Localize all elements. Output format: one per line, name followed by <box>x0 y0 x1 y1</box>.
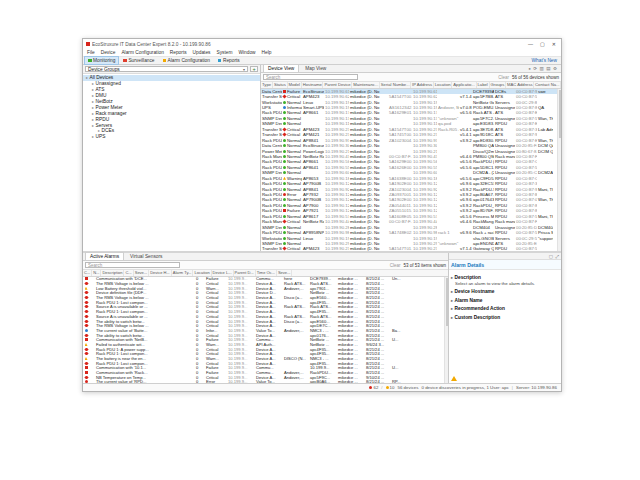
expand-arrow-icon[interactable]: ▸ <box>98 128 100 133</box>
section-arrow-icon[interactable]: ▸ <box>451 315 453 320</box>
menu-item[interactable]: Window <box>238 50 255 55</box>
column-header[interactable]: Applicatio... <box>452 82 476 88</box>
column-header[interactable]: Parent Device <box>323 82 352 88</box>
column-header[interactable]: N... <box>92 270 101 276</box>
device-search-input[interactable] <box>263 74 358 81</box>
column-header[interactable]: Maintenanc... <box>352 82 380 88</box>
device-table-row[interactable]: Rack Manag... Critical NetBotz Ra... 10.… <box>261 219 561 224</box>
device-table-row[interactable]: Rack PDU Error AP7932 10.199.90.124 mike… <box>261 192 561 197</box>
vertical-scrollbar[interactable] <box>557 89 561 252</box>
whats-new-link[interactable]: What's New <box>532 58 559 63</box>
column-header[interactable]: Description <box>101 270 124 276</box>
alarms-tab[interactable]: Active Alarms <box>85 252 124 260</box>
device-table-row[interactable]: Rack PDU Failure AP7921 10.199.90.123 mi… <box>261 208 561 213</box>
column-header[interactable]: MAC Address <box>506 82 534 88</box>
section-arrow-icon[interactable]: ▸ <box>451 298 453 303</box>
maximize-button[interactable]: ▢ <box>540 41 545 47</box>
menu-item[interactable]: Help <box>262 50 272 55</box>
vertical-scrollbar[interactable] <box>444 277 448 384</box>
device-table-row[interactable]: UPS Informational Smart-UPS... 10.199.90… <box>261 105 561 110</box>
device-view-toolbar-icon[interactable]: ⟳ <box>533 66 537 71</box>
close-button[interactable]: ✕ <box>552 41 556 47</box>
perspective-tab[interactable]: Reports <box>215 57 243 64</box>
device-table-row[interactable]: Rack PDU Warning AP8653 10.199.90.181 mi… <box>261 176 561 181</box>
tree-item[interactable]: ▸ UPS <box>83 134 260 140</box>
column-header[interactable]: Seve... <box>134 270 149 276</box>
device-table-row[interactable]: Rack PDU Normal AP8617 10.199.90.57 mike… <box>261 214 561 219</box>
column-header[interactable]: Contact Na... <box>534 82 561 88</box>
menu-item[interactable]: Device <box>101 50 116 55</box>
device-view-tab[interactable]: Map View <box>300 64 331 72</box>
expand-arrow-icon[interactable]: ▸ <box>92 123 94 128</box>
scrollbar-thumb[interactable] <box>446 278 449 326</box>
column-header[interactable]: Parent D... <box>234 270 256 276</box>
device-groups-selector[interactable]: Device Groups ▾ <box>85 66 248 73</box>
column-header[interactable]: Time Oc... <box>256 270 277 276</box>
column-header[interactable]: Serial Numbe... <box>380 82 411 88</box>
device-table-row[interactable]: Rack PDU Normal AP8958NP3 10.199.90.98 m… <box>261 230 561 235</box>
expand-arrow-icon[interactable]: ▸ <box>92 111 94 116</box>
device-view-toolbar-icon[interactable]: ⚙ <box>553 66 557 71</box>
expand-arrow-icon[interactable]: ▸ <box>92 87 94 92</box>
expand-arrow-icon[interactable]: ▸ <box>92 81 94 86</box>
alarms-tab[interactable]: Virtual Sensors <box>125 252 167 260</box>
column-header[interactable]: Model <box>288 82 302 88</box>
add-group-button[interactable]: + <box>250 66 258 73</box>
expand-arrow-icon[interactable]: ▸ <box>92 117 94 122</box>
menu-item[interactable]: Alarm Configuration <box>121 50 163 55</box>
perspective-tab[interactable]: Surveillance <box>120 57 157 64</box>
section-arrow-icon[interactable]: ▸ <box>451 306 453 311</box>
expand-arrow-icon[interactable]: ▸ <box>86 75 88 80</box>
column-header[interactable]: Device H... <box>149 270 172 276</box>
expand-arrow-icon[interactable]: ▸ <box>92 134 94 139</box>
device-table-row[interactable]: Rack PDU Normal AP8841 10.199.90.92 mike… <box>261 186 561 191</box>
section-arrow-icon[interactable]: ▸ <box>451 289 453 294</box>
column-header[interactable]: C... <box>83 270 92 276</box>
column-header[interactable]: Seve... <box>277 270 292 276</box>
device-table-row[interactable]: Rack PDU Normal AP8641 10.199.90.55 mike… <box>261 165 561 170</box>
alarm-search-input[interactable] <box>85 262 180 269</box>
menu-item[interactable]: File <box>87 50 95 55</box>
menu-item[interactable]: Reports <box>170 50 187 55</box>
device-table-row[interactable]: Rack Manag... Normal NetBotz Ra... 10.19… <box>261 154 561 159</box>
device-view-toolbar-icon[interactable]: ▥ <box>539 66 543 71</box>
device-table-row[interactable]: Transfer Swi... Critical APM423 10.199.9… <box>261 246 561 251</box>
device-view-toolbar-icon[interactable]: ⏸ <box>528 66 530 71</box>
device-table-row[interactable]: Transfer Swi... Critical APM423 10.199.9… <box>261 94 561 99</box>
minimize-button[interactable]: — <box>528 41 533 47</box>
scrollbar-thumb[interactable] <box>559 90 562 138</box>
device-table-row[interactable]: Transfer Swi... Critical APM423 10.199.9… <box>261 127 561 132</box>
section-arrow-icon[interactable]: ▸ <box>451 275 453 280</box>
column-header[interactable]: C... <box>124 270 133 276</box>
column-header[interactable]: Hostname <box>302 82 324 88</box>
column-header[interactable]: Groups <box>490 82 506 88</box>
expand-arrow-icon[interactable]: ▸ <box>92 105 94 110</box>
expand-arrow-icon[interactable]: ▸ <box>92 93 94 98</box>
device-table-row[interactable]: Rack PDU Normal AP8661 10.199.90.56 mike… <box>261 159 561 164</box>
alarm-row[interactable]: The current value of 'RPD... 0 Error 10.… <box>83 380 448 383</box>
device-table-row[interactable]: Rack PDU Normal AP8841 10.199.90.93 mike… <box>261 137 561 142</box>
device-table-row[interactable]: Rack PDU Normal AP7900B 10.199.90.122 mi… <box>261 181 561 186</box>
menu-item[interactable]: Updates <box>193 50 211 55</box>
column-header[interactable]: Type <box>261 82 273 88</box>
device-view-tab[interactable]: Device View <box>263 64 299 72</box>
menu-item[interactable]: System <box>216 50 232 55</box>
column-header[interactable]: Device L... <box>212 270 234 276</box>
column-header[interactable]: IP Address <box>411 82 434 88</box>
column-header[interactable]: Label <box>477 82 490 88</box>
device-table-row[interactable]: Rack PDU Normal AP7900 10.199.90.120 mik… <box>261 203 561 208</box>
device-table-row[interactable]: Transfer Swi... Critical APM421 10.199.9… <box>261 132 561 137</box>
device-table-row[interactable]: Rack PDU Normal AP8661 10.199.90.179 mik… <box>261 110 561 115</box>
expand-arrow-icon[interactable]: ▸ <box>92 99 94 104</box>
perspective-tab[interactable]: Alarm Configuration <box>160 57 213 64</box>
panel-toolbar-icon[interactable]: ▢ <box>549 254 553 259</box>
column-header[interactable]: Location <box>434 82 453 88</box>
alarm-clear-filter-link[interactable]: Clear <box>390 263 401 268</box>
column-header[interactable]: Alarm Ty... <box>172 270 194 276</box>
column-header[interactable]: Location <box>193 270 211 276</box>
clear-filter-link[interactable]: Clear <box>498 75 509 80</box>
perspective-tab[interactable]: Monitoring <box>85 57 118 64</box>
device-table-row[interactable]: Rack PDU Normal AP7900B 10.199.90.121 mi… <box>261 197 561 202</box>
device-view-toolbar-icon[interactable]: ▤ <box>546 66 550 71</box>
panel-toolbar-icon[interactable]: ⤢ <box>555 254 559 259</box>
